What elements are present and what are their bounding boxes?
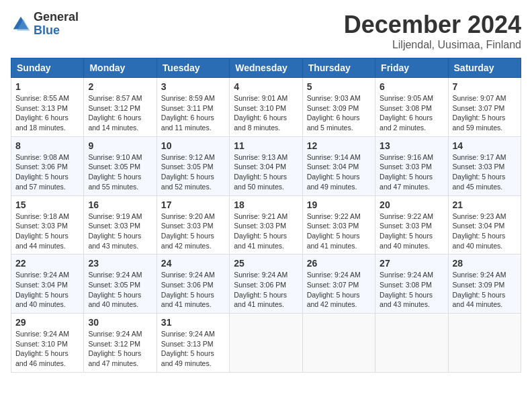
calendar-day-cell: 10 Sunrise: 9:12 AM Sunset: 3:05 PM Dayl… [157, 136, 229, 195]
calendar-day-cell: 7 Sunrise: 9:07 AM Sunset: 3:07 PM Dayli… [448, 78, 521, 137]
day-info: Sunrise: 9:22 AM Sunset: 3:03 PM Dayligh… [307, 212, 371, 251]
calendar-day-cell: 22 Sunrise: 9:24 AM Sunset: 3:04 PM Dayl… [11, 255, 84, 314]
calendar-day-header: Sunday [11, 58, 84, 78]
day-number: 22 [15, 258, 79, 269]
day-info: Sunrise: 9:10 AM Sunset: 3:05 PM Dayligh… [88, 152, 152, 192]
calendar-day-cell: 24 Sunrise: 9:24 AM Sunset: 3:06 PM Dayl… [157, 255, 229, 314]
calendar-day-cell: 15 Sunrise: 9:18 AM Sunset: 3:03 PM Dayl… [11, 195, 84, 255]
day-number: 26 [307, 258, 371, 269]
calendar-day-cell: 28 Sunrise: 9:24 AM Sunset: 3:09 PM Dayl… [448, 255, 521, 314]
day-number: 15 [15, 199, 79, 210]
calendar-day-cell: 14 Sunrise: 9:17 AM Sunset: 3:03 PM Dayl… [448, 136, 521, 195]
calendar-day-cell: 31 Sunrise: 9:24 AM Sunset: 3:13 PM Dayl… [157, 314, 229, 373]
calendar-day-cell [302, 314, 375, 373]
title-area: December 2024 Liljendal, Uusimaa, Finlan… [344, 11, 521, 51]
day-info: Sunrise: 9:24 AM Sunset: 3:12 PM Dayligh… [88, 329, 152, 369]
day-info: Sunrise: 9:14 AM Sunset: 3:04 PM Dayligh… [307, 152, 371, 192]
day-info: Sunrise: 9:24 AM Sunset: 3:05 PM Dayligh… [88, 270, 152, 310]
calendar-day-cell: 20 Sunrise: 9:22 AM Sunset: 3:03 PM Dayl… [375, 195, 448, 255]
month-title: December 2024 [344, 11, 521, 39]
header: General Blue December 2024 Liljendal, Uu… [11, 11, 521, 51]
day-number: 8 [15, 140, 79, 151]
day-number: 20 [380, 199, 443, 210]
calendar-day-header: Monday [84, 58, 157, 78]
calendar-day-cell: 25 Sunrise: 9:24 AM Sunset: 3:06 PM Dayl… [230, 255, 302, 314]
day-number: 18 [234, 199, 298, 210]
day-info: Sunrise: 9:13 AM Sunset: 3:04 PM Dayligh… [234, 152, 298, 192]
day-info: Sunrise: 9:20 AM Sunset: 3:03 PM Dayligh… [161, 212, 225, 251]
day-number: 1 [15, 81, 79, 92]
day-number: 14 [453, 140, 517, 151]
day-number: 31 [161, 317, 225, 328]
day-info: Sunrise: 8:55 AM Sunset: 3:13 PM Dayligh… [15, 93, 79, 133]
day-info: Sunrise: 9:18 AM Sunset: 3:03 PM Dayligh… [15, 212, 79, 251]
day-info: Sunrise: 9:24 AM Sunset: 3:13 PM Dayligh… [161, 329, 225, 369]
day-number: 17 [161, 199, 225, 210]
day-number: 23 [88, 258, 152, 269]
day-info: Sunrise: 9:17 AM Sunset: 3:03 PM Dayligh… [453, 152, 517, 192]
day-info: Sunrise: 9:08 AM Sunset: 3:06 PM Dayligh… [15, 152, 79, 192]
day-number: 24 [161, 258, 225, 269]
calendar-day-cell: 13 Sunrise: 9:16 AM Sunset: 3:03 PM Dayl… [375, 136, 448, 195]
day-info: Sunrise: 9:24 AM Sunset: 3:09 PM Dayligh… [453, 270, 517, 310]
calendar-day-header: Thursday [302, 58, 375, 78]
day-number: 5 [307, 81, 371, 92]
day-number: 30 [88, 317, 152, 328]
day-number: 12 [307, 140, 371, 151]
logo-icon [11, 14, 31, 34]
day-number: 19 [307, 199, 371, 210]
day-number: 13 [380, 140, 443, 151]
calendar-day-header: Friday [375, 58, 448, 78]
calendar-day-cell: 5 Sunrise: 9:03 AM Sunset: 3:09 PM Dayli… [302, 78, 375, 137]
calendar-day-cell: 17 Sunrise: 9:20 AM Sunset: 3:03 PM Dayl… [157, 195, 229, 255]
calendar-week-row: 29 Sunrise: 9:24 AM Sunset: 3:10 PM Dayl… [11, 314, 521, 373]
day-info: Sunrise: 9:23 AM Sunset: 3:04 PM Dayligh… [453, 212, 517, 251]
logo: General Blue [11, 11, 79, 38]
day-info: Sunrise: 9:24 AM Sunset: 3:08 PM Dayligh… [380, 270, 443, 310]
calendar-day-cell: 29 Sunrise: 9:24 AM Sunset: 3:10 PM Dayl… [11, 314, 84, 373]
calendar-day-cell [448, 314, 521, 373]
day-info: Sunrise: 9:12 AM Sunset: 3:05 PM Dayligh… [161, 152, 225, 192]
calendar-day-cell: 11 Sunrise: 9:13 AM Sunset: 3:04 PM Dayl… [230, 136, 302, 195]
day-info: Sunrise: 9:24 AM Sunset: 3:06 PM Dayligh… [234, 270, 298, 310]
calendar-week-row: 1 Sunrise: 8:55 AM Sunset: 3:13 PM Dayli… [11, 78, 521, 137]
calendar-day-header: Saturday [448, 58, 521, 78]
day-info: Sunrise: 9:24 AM Sunset: 3:04 PM Dayligh… [15, 270, 79, 310]
calendar-day-cell: 21 Sunrise: 9:23 AM Sunset: 3:04 PM Dayl… [448, 195, 521, 255]
calendar-day-cell: 8 Sunrise: 9:08 AM Sunset: 3:06 PM Dayli… [11, 136, 84, 195]
calendar-day-cell: 26 Sunrise: 9:24 AM Sunset: 3:07 PM Dayl… [302, 255, 375, 314]
calendar-week-row: 15 Sunrise: 9:18 AM Sunset: 3:03 PM Dayl… [11, 195, 521, 255]
day-info: Sunrise: 9:22 AM Sunset: 3:03 PM Dayligh… [380, 212, 443, 251]
calendar-day-cell: 18 Sunrise: 9:21 AM Sunset: 3:03 PM Dayl… [230, 195, 302, 255]
calendar-day-cell: 2 Sunrise: 8:57 AM Sunset: 3:12 PM Dayli… [84, 78, 157, 137]
day-number: 3 [161, 81, 225, 92]
calendar-week-row: 22 Sunrise: 9:24 AM Sunset: 3:04 PM Dayl… [11, 255, 521, 314]
calendar-day-cell: 16 Sunrise: 9:19 AM Sunset: 3:03 PM Dayl… [84, 195, 157, 255]
day-info: Sunrise: 9:16 AM Sunset: 3:03 PM Dayligh… [380, 152, 443, 192]
day-number: 7 [453, 81, 517, 92]
calendar-day-cell: 9 Sunrise: 9:10 AM Sunset: 3:05 PM Dayli… [84, 136, 157, 195]
calendar-day-header: Wednesday [230, 58, 302, 78]
calendar-header-row: SundayMondayTuesdayWednesdayThursdayFrid… [11, 58, 521, 78]
day-number: 28 [453, 258, 517, 269]
logo-blue-text: Blue [34, 24, 79, 38]
calendar-day-cell: 23 Sunrise: 9:24 AM Sunset: 3:05 PM Dayl… [84, 255, 157, 314]
calendar-day-cell: 27 Sunrise: 9:24 AM Sunset: 3:08 PM Dayl… [375, 255, 448, 314]
day-info: Sunrise: 8:59 AM Sunset: 3:11 PM Dayligh… [161, 93, 225, 133]
day-number: 9 [88, 140, 152, 151]
day-info: Sunrise: 9:21 AM Sunset: 3:03 PM Dayligh… [234, 212, 298, 251]
day-number: 29 [15, 317, 79, 328]
day-number: 4 [234, 81, 298, 92]
day-number: 27 [380, 258, 443, 269]
day-info: Sunrise: 9:24 AM Sunset: 3:07 PM Dayligh… [307, 270, 371, 310]
calendar-day-cell: 4 Sunrise: 9:01 AM Sunset: 3:10 PM Dayli… [230, 78, 302, 137]
day-info: Sunrise: 9:24 AM Sunset: 3:06 PM Dayligh… [161, 270, 225, 310]
day-number: 10 [161, 140, 225, 151]
calendar-day-header: Tuesday [157, 58, 229, 78]
day-info: Sunrise: 9:19 AM Sunset: 3:03 PM Dayligh… [88, 212, 152, 251]
day-info: Sunrise: 9:05 AM Sunset: 3:08 PM Dayligh… [380, 93, 443, 133]
calendar-day-cell [230, 314, 302, 373]
calendar-day-cell [375, 314, 448, 373]
day-number: 21 [453, 199, 517, 210]
day-number: 2 [88, 81, 152, 92]
